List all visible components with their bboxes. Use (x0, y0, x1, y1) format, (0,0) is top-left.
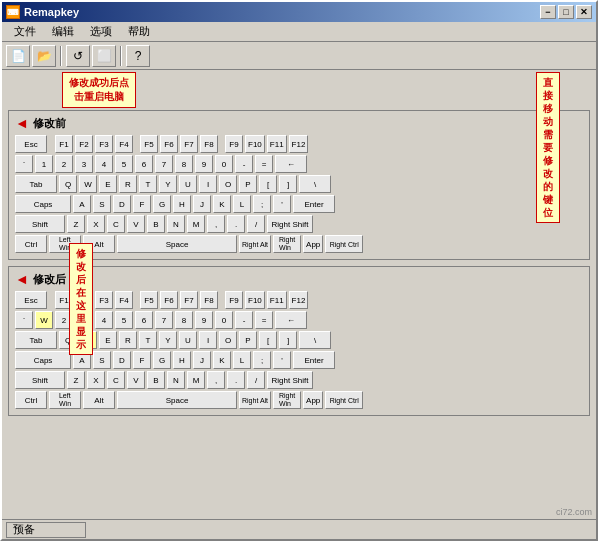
key-after-ctrl-l[interactable]: Ctrl (15, 391, 47, 409)
key-after-shift-r[interactable]: Right Shift (267, 371, 313, 389)
key-esc[interactable]: Esc (15, 135, 47, 153)
key-caps[interactable]: Caps (15, 195, 71, 213)
toolbar-new[interactable]: 📄 (6, 45, 30, 67)
menu-help[interactable]: 帮助 (120, 22, 158, 41)
key-after-shift-l[interactable]: Shift (15, 371, 65, 389)
key-f[interactable]: F (133, 195, 151, 213)
key-after-v[interactable]: V (127, 371, 145, 389)
key-8[interactable]: 8 (175, 155, 193, 173)
close-button[interactable]: ✕ (576, 5, 592, 19)
key-z[interactable]: Z (67, 215, 85, 233)
key-after-space[interactable]: Space (117, 391, 237, 409)
key-after-6[interactable]: 6 (135, 311, 153, 329)
key-minus[interactable]: - (235, 155, 253, 173)
key-after-x[interactable]: X (87, 371, 105, 389)
key-after-f12[interactable]: F12 (289, 291, 309, 309)
key-b[interactable]: B (147, 215, 165, 233)
menu-edit[interactable]: 编辑 (44, 22, 82, 41)
key-after-comma[interactable]: , (207, 371, 225, 389)
key-after-s[interactable]: S (93, 351, 111, 369)
key-after-n[interactable]: N (167, 371, 185, 389)
key-f6[interactable]: F6 (160, 135, 178, 153)
key-equals[interactable]: = (255, 155, 273, 173)
key-after-ctrl-r[interactable]: Right Ctrl (325, 391, 363, 409)
key-after-backtick[interactable]: ` (15, 311, 33, 329)
key-after-b[interactable]: B (147, 371, 165, 389)
key-after-caps[interactable]: Caps (15, 351, 71, 369)
key-after-g[interactable]: G (153, 351, 171, 369)
key-backtick[interactable]: ` (15, 155, 33, 173)
key-1[interactable]: 1 (35, 155, 53, 173)
key-after-lbracket[interactable]: [ (259, 331, 277, 349)
key-3[interactable]: 3 (75, 155, 93, 173)
key-after-4[interactable]: 4 (95, 311, 113, 329)
key-tab[interactable]: Tab (15, 175, 57, 193)
key-enter[interactable]: Enter (293, 195, 335, 213)
key-after-y[interactable]: Y (159, 331, 177, 349)
key-after-8[interactable]: 8 (175, 311, 193, 329)
key-after-h[interactable]: H (173, 351, 191, 369)
key-after-5[interactable]: 5 (115, 311, 133, 329)
key-f7[interactable]: F7 (180, 135, 198, 153)
key-after-backslash[interactable]: \ (299, 331, 331, 349)
key-after-o[interactable]: O (219, 331, 237, 349)
key-4[interactable]: 4 (95, 155, 113, 173)
key-quote[interactable]: ' (273, 195, 291, 213)
key-after-f10[interactable]: F10 (245, 291, 265, 309)
menu-file[interactable]: 文件 (6, 22, 44, 41)
key-f5[interactable]: F5 (140, 135, 158, 153)
key-after-0[interactable]: 0 (215, 311, 233, 329)
key-after-p[interactable]: P (239, 331, 257, 349)
key-f4[interactable]: F4 (115, 135, 133, 153)
key-after-k[interactable]: K (213, 351, 231, 369)
key-e[interactable]: E (99, 175, 117, 193)
key-after-tab[interactable]: Tab (15, 331, 57, 349)
key-2[interactable]: 2 (55, 155, 73, 173)
key-period[interactable]: . (227, 215, 245, 233)
key-u[interactable]: U (179, 175, 197, 193)
key-after-esc[interactable]: Esc (15, 291, 47, 309)
key-after-f11[interactable]: F11 (267, 291, 287, 309)
key-d[interactable]: D (113, 195, 131, 213)
key-y[interactable]: Y (159, 175, 177, 193)
key-after-enter[interactable]: Enter (293, 351, 335, 369)
toolbar-undo[interactable]: ↺ (66, 45, 90, 67)
key-alt-r[interactable]: Right Alt (239, 235, 271, 253)
key-after-m[interactable]: M (187, 371, 205, 389)
key-shift-r[interactable]: Right Shift (267, 215, 313, 233)
key-q[interactable]: Q (59, 175, 77, 193)
key-after-f7[interactable]: F7 (180, 291, 198, 309)
key-after-z[interactable]: Z (67, 371, 85, 389)
key-g[interactable]: G (153, 195, 171, 213)
key-7[interactable]: 7 (155, 155, 173, 173)
key-after-quote[interactable]: ' (273, 351, 291, 369)
key-w[interactable]: W (79, 175, 97, 193)
key-after-minus[interactable]: - (235, 311, 253, 329)
key-f8[interactable]: F8 (200, 135, 218, 153)
key-5[interactable]: 5 (115, 155, 133, 173)
key-after-9[interactable]: 9 (195, 311, 213, 329)
key-9[interactable]: 9 (195, 155, 213, 173)
key-s[interactable]: S (93, 195, 111, 213)
key-o[interactable]: O (219, 175, 237, 193)
key-after-f3[interactable]: F3 (95, 291, 113, 309)
key-after-e[interactable]: E (99, 331, 117, 349)
key-space[interactable]: Space (117, 235, 237, 253)
key-l[interactable]: L (233, 195, 251, 213)
key-after-r[interactable]: R (119, 331, 137, 349)
key-f3[interactable]: F3 (95, 135, 113, 153)
key-ctrl-r[interactable]: Right Ctrl (325, 235, 363, 253)
key-after-f5[interactable]: F5 (140, 291, 158, 309)
key-after-7[interactable]: 7 (155, 311, 173, 329)
key-after-backspace[interactable]: ← (275, 311, 307, 329)
key-i[interactable]: I (199, 175, 217, 193)
key-h[interactable]: H (173, 195, 191, 213)
key-f2[interactable]: F2 (75, 135, 93, 153)
key-j[interactable]: J (193, 195, 211, 213)
key-after-equals[interactable]: = (255, 311, 273, 329)
key-v[interactable]: V (127, 215, 145, 233)
key-after-c[interactable]: C (107, 371, 125, 389)
key-after-i[interactable]: I (199, 331, 217, 349)
key-n[interactable]: N (167, 215, 185, 233)
key-f10[interactable]: F10 (245, 135, 265, 153)
